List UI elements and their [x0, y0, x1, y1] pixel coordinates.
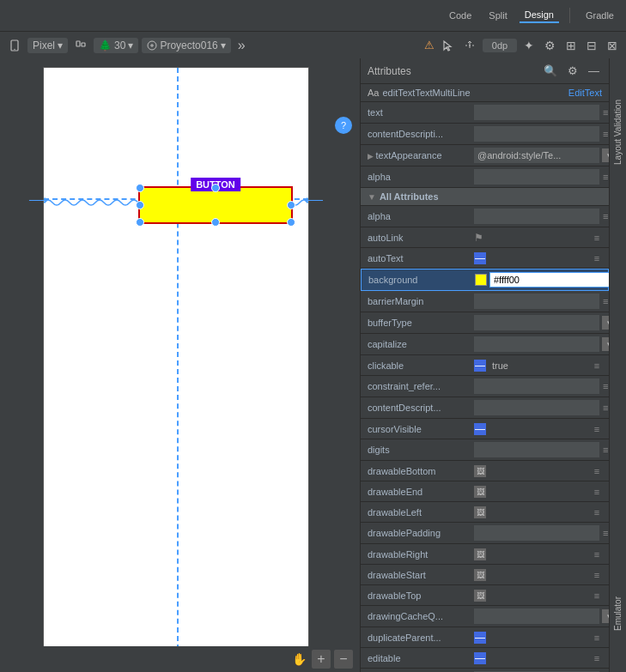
- attr-name-drawablestart: drawableStart: [368, 570, 471, 580]
- attr-value-drawabletop: 🖼: [474, 590, 588, 602]
- attr-name-clickable: clickable: [368, 360, 471, 371]
- clickable-value: true: [492, 360, 508, 371]
- phone-icon[interactable]: [5, 38, 24, 53]
- pan-tool[interactable]: [460, 38, 479, 53]
- digits-input[interactable]: [474, 442, 599, 457]
- zoom-input[interactable]: 0dp: [483, 39, 517, 52]
- edit-text-link[interactable]: EditText: [568, 88, 602, 98]
- attr-name-contentdescription: contentDescripti...: [368, 129, 471, 139]
- api-selector[interactable]: 🌲 30 ▾: [94, 38, 138, 53]
- drawableleft-icon[interactable]: 🖼: [474, 506, 486, 518]
- attr-row-duplicateparent: duplicateParent... — ≡: [361, 627, 609, 648]
- alpha-input[interactable]: [474, 209, 599, 224]
- attr-value-background: [475, 272, 609, 288]
- handle-bc[interactable]: [211, 218, 220, 227]
- project-selector[interactable]: Proyecto016 ▾: [142, 38, 230, 53]
- help-button[interactable]: ?: [335, 117, 352, 134]
- handle-br[interactable]: [287, 218, 295, 227]
- code-tab[interactable]: Code: [444, 9, 477, 22]
- distribute-icon[interactable]: ⊠: [604, 37, 621, 54]
- alpha-common-input[interactable]: [474, 169, 599, 185]
- constraint-input[interactable]: [474, 378, 599, 394]
- gradle-tab[interactable]: Gradle: [580, 9, 619, 22]
- attr-value-duplicateparent: —: [474, 632, 588, 644]
- textappearance-dropdown[interactable]: ▾: [602, 148, 609, 162]
- handle-bl[interactable]: [136, 218, 144, 227]
- textappearance-input[interactable]: [474, 148, 599, 163]
- drawabletop-icon[interactable]: 🖼: [474, 590, 486, 602]
- attr-end-drawablestart: ≡: [592, 570, 602, 580]
- search-attr-button[interactable]: 🔍: [541, 64, 560, 78]
- autotext-indicator[interactable]: —: [474, 252, 486, 264]
- buffertype-dropdown[interactable]: ▾: [602, 316, 609, 330]
- handle-tl[interactable]: [136, 184, 144, 192]
- zoom-out-button[interactable]: −: [334, 650, 353, 669]
- attr-value-alpha: [474, 209, 599, 224]
- orientation-icon[interactable]: [71, 38, 90, 53]
- attr-row-drawingcache: drawingCacheQ... ▾ ≡: [361, 606, 609, 627]
- drawablebottom-icon[interactable]: 🖼: [474, 465, 486, 477]
- buffertype-input[interactable]: [474, 315, 599, 330]
- attr-end-autotext: ≡: [592, 253, 602, 263]
- contentdescript2-input[interactable]: [474, 400, 599, 415]
- magic-wand-icon[interactable]: ✦: [520, 37, 538, 54]
- handle-ml[interactable]: [136, 201, 144, 209]
- widget-button[interactable]: BUTTON: [138, 186, 293, 224]
- emulator-tab[interactable]: Emulator: [611, 590, 625, 638]
- attr-row-capitalize: capitalize ▾ ≡: [361, 334, 609, 355]
- select-tool[interactable]: [438, 38, 457, 53]
- gear-attr-button[interactable]: ⚙: [565, 64, 580, 78]
- background-input[interactable]: [489, 272, 609, 288]
- settings-icon[interactable]: ⚙: [541, 37, 559, 54]
- attr-row-text: text ≡: [361, 102, 609, 124]
- warning-icon: ⚠: [424, 39, 435, 51]
- contentdescription-input[interactable]: [474, 126, 599, 142]
- cursorvisible-indicator[interactable]: —: [474, 423, 486, 435]
- split-tab[interactable]: Split: [483, 9, 512, 22]
- attr-name-autolink: autoLink: [368, 233, 471, 243]
- handle-mr[interactable]: [287, 201, 295, 209]
- layout-icon[interactable]: ⊞: [562, 37, 580, 54]
- drawablestart-icon[interactable]: 🖼: [474, 569, 486, 581]
- background-color-swatch[interactable]: [475, 274, 487, 286]
- drawableright-icon[interactable]: 🖼: [474, 548, 486, 560]
- attr-end-autolink: ≡: [592, 233, 602, 243]
- attr-name-text: text: [368, 107, 471, 118]
- canvas-white: ⟶ ⟵ BUTTON: [43, 67, 309, 646]
- all-attributes-header[interactable]: ▼ All Attributes: [361, 188, 609, 206]
- editable-indicator[interactable]: —: [474, 652, 486, 664]
- zoom-in-button[interactable]: +: [312, 650, 331, 669]
- autolink-flag[interactable]: ⚑: [474, 232, 483, 244]
- drawingcache-input[interactable]: [474, 608, 599, 624]
- capitalize-dropdown[interactable]: ▾: [602, 337, 609, 351]
- close-attr-button[interactable]: —: [586, 64, 602, 78]
- attr-row-contentdescription: contentDescripti... ≡: [361, 124, 609, 145]
- attr-value-contentdescription: [474, 126, 599, 142]
- design-tab[interactable]: Design: [520, 8, 559, 23]
- attr-name-editable: editable: [368, 653, 471, 663]
- clickable-indicator[interactable]: —: [474, 360, 486, 372]
- capitalize-input[interactable]: [474, 336, 599, 352]
- attr-value-text: [474, 105, 599, 120]
- device-selector[interactable]: Pixel ▾: [27, 38, 68, 53]
- pan-canvas-icon[interactable]: ✋: [289, 650, 308, 669]
- attr-name-duplicateparent: duplicateParent...: [368, 633, 471, 643]
- attr-name-background: background: [368, 275, 471, 285]
- drawingcache-dropdown[interactable]: ▾: [602, 609, 609, 623]
- attr-end-alpha: ≡: [603, 211, 608, 221]
- canvas-container[interactable]: 📌 ⟶ ⟵ BUTTON: [0, 58, 360, 646]
- attr-end-drawablebottom: ≡: [592, 466, 602, 476]
- attr-value-alpha-common: [474, 169, 599, 185]
- align-icon[interactable]: ⊟: [583, 37, 600, 54]
- layout-validation-tab[interactable]: Layout Validation: [611, 93, 625, 172]
- handle-tc[interactable]: [211, 184, 220, 192]
- attr-end-clickable: ≡: [592, 360, 602, 371]
- drawableend-icon[interactable]: 🖼: [474, 486, 486, 498]
- more-icon[interactable]: »: [234, 36, 249, 55]
- drawablepadding-input[interactable]: [474, 525, 599, 541]
- attr-row-drawableleft: drawableLeft 🖼 ≡: [361, 502, 609, 523]
- attr-row-contentdescript2: contentDescript... ≡: [361, 397, 609, 419]
- text-input[interactable]: [474, 105, 599, 120]
- barriermargin-input[interactable]: [474, 294, 599, 309]
- duplicateparent-indicator[interactable]: —: [474, 632, 486, 644]
